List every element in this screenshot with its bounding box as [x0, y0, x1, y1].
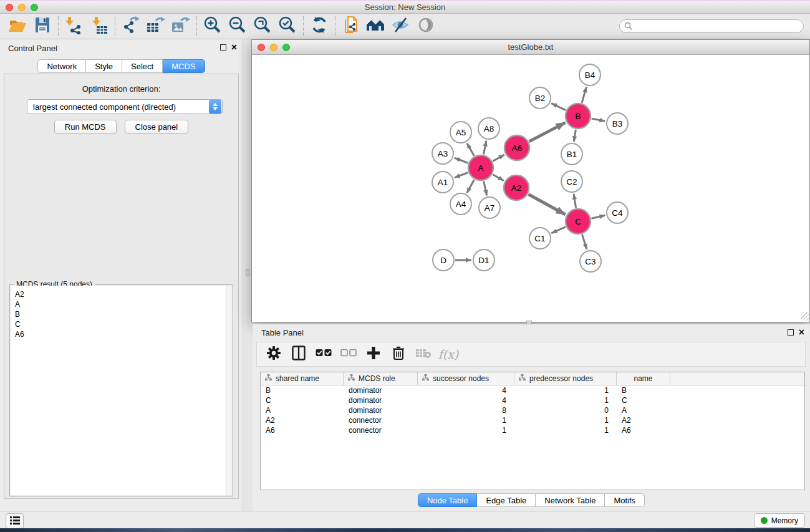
deselect-all-button[interactable]: [338, 344, 359, 364]
edge-C-C1[interactable]: [551, 227, 566, 233]
table-settings-button[interactable]: [263, 344, 284, 364]
cell[interactable]: B: [261, 386, 344, 395]
memory-button[interactable]: Memory: [754, 513, 805, 528]
cell[interactable]: 4: [418, 386, 514, 395]
cell[interactable]: 1: [514, 416, 617, 425]
hide-selected-button[interactable]: [388, 16, 413, 37]
cell[interactable]: 1: [418, 426, 514, 435]
export-image-button[interactable]: [168, 16, 193, 37]
cell[interactable]: A2: [617, 416, 670, 425]
close-panel-icon[interactable]: ×: [799, 329, 804, 336]
edge-A-A5[interactable]: [467, 143, 474, 155]
search-input[interactable]: [619, 19, 804, 33]
export-network-button[interactable]: [118, 16, 143, 37]
tab-style[interactable]: Style: [86, 59, 122, 73]
zoom-fit-button[interactable]: [250, 16, 275, 37]
edge-C-C3[interactable]: [582, 235, 587, 249]
cell[interactable]: A6: [617, 426, 670, 435]
cell[interactable]: 0: [514, 406, 617, 415]
cell[interactable]: 1: [514, 386, 617, 395]
edge-A-A4[interactable]: [467, 180, 475, 193]
cell[interactable]: connector: [344, 416, 418, 425]
table-row[interactable]: A2connector11A2: [261, 415, 804, 425]
function-builder-button[interactable]: f(x): [438, 344, 459, 364]
task-history-button[interactable]: [6, 513, 24, 529]
cell[interactable]: C: [617, 396, 670, 405]
result-item[interactable]: C: [15, 319, 232, 329]
cell[interactable]: 8: [418, 406, 514, 415]
save-session-button[interactable]: [30, 16, 55, 37]
table-row[interactable]: Bdominator41B: [261, 385, 804, 395]
cell[interactable]: dominator: [344, 396, 418, 405]
edge-B-B3[interactable]: [592, 118, 605, 121]
tab-network-table[interactable]: Network Table: [536, 493, 605, 507]
edge-C-C4[interactable]: [591, 215, 605, 218]
edge-A2-C[interactable]: [528, 195, 565, 215]
cell[interactable]: 1: [514, 426, 617, 435]
edge-A-A8[interactable]: [483, 141, 486, 155]
cell[interactable]: C: [261, 396, 344, 405]
float-panel-icon[interactable]: [220, 44, 226, 51]
float-panel-icon[interactable]: [788, 329, 794, 336]
cell[interactable]: A: [261, 406, 344, 415]
import-table-button[interactable]: [87, 16, 112, 37]
network-window-titlebar[interactable]: testGlobe.txt: [252, 40, 809, 55]
clone-network-button[interactable]: [339, 16, 364, 37]
edge-C-C2[interactable]: [574, 194, 576, 208]
result-scrollbar[interactable]: [226, 286, 232, 495]
zoom-out-button[interactable]: [225, 16, 250, 37]
cell[interactable]: 1: [514, 396, 617, 405]
delete-table-button[interactable]: [413, 344, 434, 364]
close-panel-button[interactable]: Close panel: [125, 120, 189, 134]
tab-motifs[interactable]: Motifs: [605, 493, 645, 507]
open-session-button[interactable]: [5, 16, 30, 37]
column-header-MCDS-role[interactable]: MCDS role: [344, 372, 418, 385]
edge-A-A2[interactable]: [493, 175, 504, 181]
column-header-predecessor-nodes[interactable]: predecessor nodes: [514, 372, 617, 385]
tab-mcds[interactable]: MCDS: [163, 59, 205, 73]
table-row[interactable]: A6connector11A6: [261, 425, 804, 435]
column-header-name[interactable]: name: [617, 372, 670, 385]
table-row[interactable]: Adominator80A: [261, 405, 804, 415]
run-mcds-button[interactable]: Run MCDS: [54, 120, 117, 134]
resize-grip[interactable]: [801, 312, 809, 321]
cell[interactable]: 4: [418, 396, 514, 405]
close-panel-icon[interactable]: ×: [231, 44, 237, 51]
cell[interactable]: 1: [418, 416, 514, 425]
result-item[interactable]: B: [15, 309, 232, 319]
edge-A6-B[interactable]: [529, 123, 566, 142]
column-header-successor-nodes[interactable]: successor nodes: [418, 372, 514, 385]
delete-column-button[interactable]: [388, 344, 409, 364]
show-all-button[interactable]: [413, 16, 438, 37]
cell[interactable]: dominator: [344, 386, 418, 395]
edge-A-A7[interactable]: [484, 181, 487, 195]
cell[interactable]: B: [617, 386, 670, 395]
tab-node-table[interactable]: Node Table: [418, 493, 478, 507]
zoom-selected-button[interactable]: [275, 16, 300, 37]
criterion-dropdown[interactable]: largest connected component (directed): [27, 99, 223, 114]
zoom-in-button[interactable]: [200, 16, 225, 37]
export-table-button[interactable]: [143, 16, 168, 37]
table-row[interactable]: Cdominator41C: [261, 395, 804, 405]
tab-network[interactable]: Network: [37, 59, 86, 73]
select-all-button[interactable]: [313, 344, 334, 364]
column-header-shared-name[interactable]: shared name: [261, 372, 344, 385]
edge-B-B2[interactable]: [551, 104, 566, 110]
result-item[interactable]: A: [15, 299, 232, 309]
tab-edge-table[interactable]: Edge Table: [477, 493, 536, 507]
cell[interactable]: A2: [261, 416, 344, 425]
cell[interactable]: connector: [344, 426, 418, 435]
cell[interactable]: dominator: [344, 406, 418, 415]
edge-A-A6[interactable]: [493, 155, 504, 161]
splitter-handle[interactable]: [246, 269, 249, 276]
result-item[interactable]: A6: [15, 329, 232, 339]
cell[interactable]: A: [617, 406, 670, 415]
refresh-button[interactable]: [307, 16, 332, 37]
node-table[interactable]: shared nameMCDS rolesuccessor nodesprede…: [260, 372, 805, 490]
column-layout-button[interactable]: [288, 344, 309, 364]
result-item[interactable]: A2: [15, 289, 232, 299]
import-network-button[interactable]: [62, 16, 87, 37]
edge-B-B1[interactable]: [574, 130, 576, 142]
edge-A-A3[interactable]: [455, 158, 468, 163]
cell[interactable]: A6: [261, 426, 344, 435]
